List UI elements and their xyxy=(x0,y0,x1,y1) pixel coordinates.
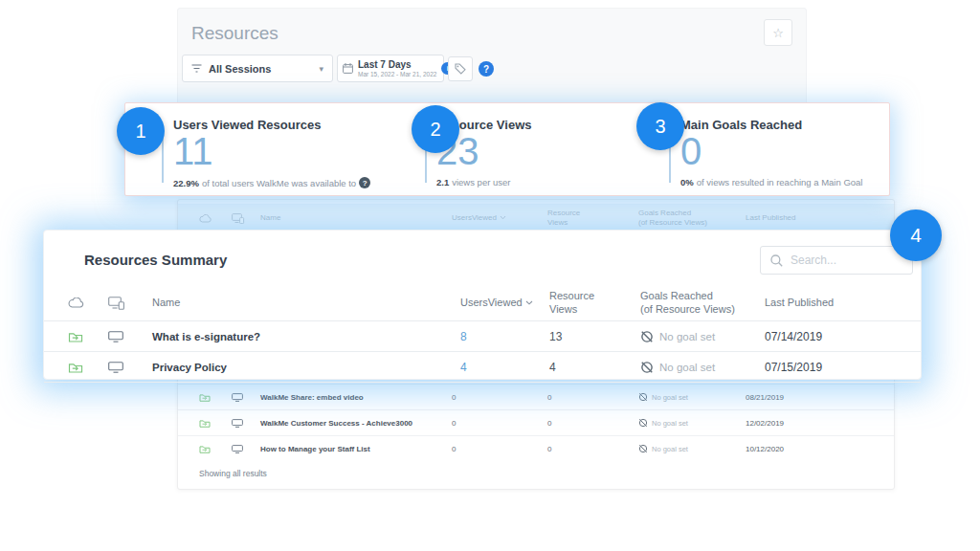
star-icon: ☆ xyxy=(772,26,784,40)
stats-panel: Users Viewed Resources 11 22.9% of total… xyxy=(124,102,890,196)
resource-name: WalkMe Share: embed video xyxy=(260,393,452,402)
resource-views-value: 0 xyxy=(547,445,638,453)
no-goal-icon xyxy=(638,444,648,453)
search-box[interactable] xyxy=(760,246,913,275)
users-viewed-link[interactable]: 8 xyxy=(460,330,549,343)
column-name: Name xyxy=(152,297,460,310)
column-last-published: Last Published xyxy=(765,297,921,310)
stat-detail: views per user xyxy=(452,177,510,187)
cloud-icon xyxy=(68,298,108,308)
desktop-icon xyxy=(232,393,260,402)
date-range-picker[interactable]: Last 7 Days Mar 15, 2022 - Mar 21, 2022 … xyxy=(337,55,444,82)
insights-resources-page: Resources ☆ All Sessions ▾ Last 7 Days M… xyxy=(0,0,980,551)
tag-icon xyxy=(455,63,466,75)
summary-table-header: Name UsersViewed ResourceViews Goals Rea… xyxy=(44,285,921,321)
goal-status: No goal set xyxy=(640,361,765,374)
no-goal-icon xyxy=(638,418,648,428)
column-last-published: Last Published xyxy=(746,213,894,223)
callout-badge-3: 3 xyxy=(636,102,684,150)
column-users-viewed[interactable]: UsersViewed xyxy=(460,297,549,310)
resource-views-value: 13 xyxy=(549,330,640,343)
last-published-value: 07/14/2019 xyxy=(765,330,921,343)
sort-caret-icon xyxy=(525,300,533,305)
no-goal-icon xyxy=(640,361,654,374)
last-published-value: 07/15/2019 xyxy=(765,361,921,374)
summary-title: Resources Summary xyxy=(84,252,227,268)
users-viewed-value: 0 xyxy=(452,419,547,428)
users-viewed-value: 0 xyxy=(452,393,547,402)
published-status-icon xyxy=(68,361,108,373)
column-goals-reached: Goals Reached(of Resource Views) xyxy=(640,290,765,317)
resource-views-value: 0 xyxy=(547,393,638,402)
callout-badge-1: 1 xyxy=(117,107,165,155)
resources-table-header: Name UsersViewed ResourceViews Goals Rea… xyxy=(178,204,894,232)
desktop-icon xyxy=(232,419,260,428)
stat-detail-bold: 22.9% xyxy=(173,178,199,188)
desktop-icon xyxy=(232,445,260,453)
sessions-filter-label: All Sessions xyxy=(209,63,271,75)
resource-name: WalkMe Customer Success - Achieve3000 xyxy=(260,419,452,428)
column-resource-views: ResourceViews xyxy=(547,209,638,229)
filter-icon xyxy=(191,64,202,73)
callout-badge-4: 4 xyxy=(890,209,942,261)
cloud-icon xyxy=(199,214,232,223)
resources-summary-panel: Resources Summary Name UsersViewed Resou… xyxy=(43,230,922,380)
published-status-icon xyxy=(199,392,232,402)
help-icon[interactable]: ? xyxy=(479,61,494,77)
published-status-icon xyxy=(199,444,232,453)
column-resource-views: ResourceViews xyxy=(549,290,640,317)
goal-status: No goal set xyxy=(640,330,765,343)
users-viewed-value: 0 xyxy=(452,445,547,453)
users-viewed-link[interactable]: 4 xyxy=(460,361,549,374)
last-published-value: 12/02/2019 xyxy=(746,419,894,428)
published-status-icon xyxy=(199,418,232,428)
stat-value: 11 xyxy=(173,129,213,173)
column-users-viewed[interactable]: UsersViewed xyxy=(452,213,547,223)
stat-detail: of views resulted in reaching a Main Goa… xyxy=(697,177,863,187)
table-row[interactable]: How to Manage your Staff List 0 0 No goa… xyxy=(178,435,894,461)
page-title: Resources xyxy=(191,23,278,44)
resource-name: What is e-signature? xyxy=(152,331,460,342)
date-range-value: Mar 15, 2022 - Mar 21, 2022 xyxy=(358,71,436,77)
resources-table-rows: WalkMe Share: embed video 0 0 No goal se… xyxy=(178,384,894,478)
chevron-down-icon: ▾ xyxy=(319,64,323,74)
published-status-icon xyxy=(68,330,108,342)
resource-name: Privacy Policy xyxy=(152,362,460,373)
favorite-button[interactable]: ☆ xyxy=(764,19,792,46)
goal-status: No goal set xyxy=(638,418,746,428)
callout-badge-2: 2 xyxy=(412,105,459,153)
table-row[interactable]: WalkMe Customer Success - Achieve3000 0 … xyxy=(178,409,894,435)
devices-icon xyxy=(108,297,152,310)
table-row[interactable]: What is e-signature? 8 13 No goal set 07… xyxy=(44,321,921,352)
devices-icon xyxy=(232,213,260,224)
calendar-icon xyxy=(343,63,353,74)
last-published-value: 10/12/2020 xyxy=(746,445,894,453)
column-goals-reached: Goals Reached(of Resource Views) xyxy=(638,209,746,229)
help-icon[interactable]: ? xyxy=(359,177,370,188)
stat-value: 0 xyxy=(680,129,702,173)
results-count-text: Showing all results xyxy=(178,461,894,478)
desktop-icon xyxy=(108,331,152,342)
goal-status: No goal set xyxy=(638,392,746,402)
table-row[interactable]: Privacy Policy 4 4 No goal set 07/15/201… xyxy=(44,352,921,383)
no-goal-icon xyxy=(640,330,654,343)
no-goal-icon xyxy=(638,392,648,402)
stat-detail: of total users WalkMe was available to xyxy=(202,178,356,188)
search-icon xyxy=(770,254,783,267)
stat-accent-line xyxy=(162,135,164,183)
date-range-label: Last 7 Days xyxy=(358,59,436,71)
resource-views-value: 0 xyxy=(547,419,638,428)
resource-views-value: 4 xyxy=(549,361,640,374)
resource-name: How to Manage your Staff List xyxy=(260,445,452,453)
column-name: Name xyxy=(260,213,452,223)
sessions-filter-dropdown[interactable]: All Sessions ▾ xyxy=(182,55,333,82)
goal-status: No goal set xyxy=(638,444,746,453)
last-published-value: 08/21/2019 xyxy=(746,393,894,402)
table-row[interactable]: WalkMe Share: embed video 0 0 No goal se… xyxy=(178,384,894,409)
desktop-icon xyxy=(108,362,152,373)
stat-detail-bold: 2.1 xyxy=(436,177,449,187)
sort-caret-icon xyxy=(500,215,506,220)
stat-detail-bold: 0% xyxy=(680,177,694,187)
tag-filter-button[interactable] xyxy=(448,56,473,81)
search-input[interactable] xyxy=(791,253,902,267)
